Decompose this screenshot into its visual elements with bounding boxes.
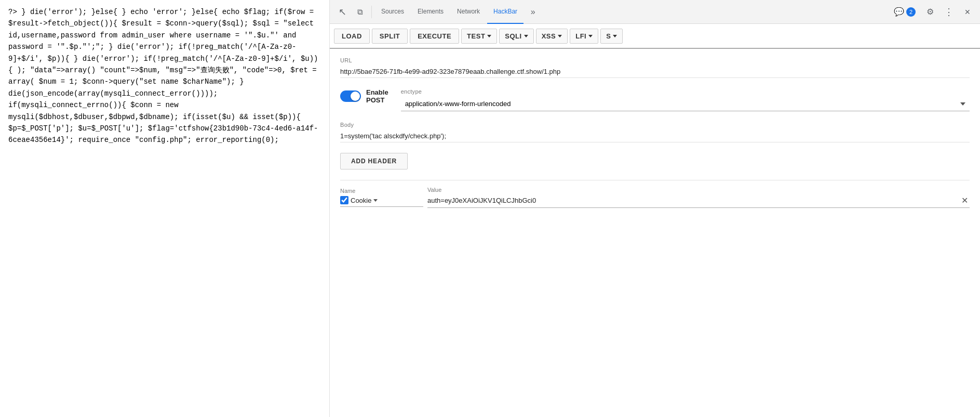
code-panel: ?> } die('error'); }else{ } echo 'error'…: [0, 0, 330, 417]
settings-btn[interactable]: ⚙: [922, 4, 938, 20]
remove-header-button[interactable]: ✕: [959, 195, 970, 205]
separator-1: [371, 6, 372, 18]
tab-network[interactable]: Network: [451, 0, 486, 24]
test-chevron-icon: [487, 35, 491, 37]
enctype-wrapper: application/x-www-form-urlencodedmultipa…: [401, 97, 970, 111]
remove-header-icon: ✕: [961, 196, 968, 205]
header-name-row: Cookie: [340, 196, 423, 207]
execute-button[interactable]: EXECUTE: [410, 29, 459, 44]
s-dropdown[interactable]: S: [600, 29, 623, 44]
close-devtools-btn[interactable]: ✕: [959, 4, 976, 20]
enctype-section: enctype application/x-www-form-urlencode…: [401, 88, 970, 111]
xss-chevron-icon: [558, 35, 562, 37]
sqli-chevron-icon: [524, 35, 528, 37]
body-section: Body 1=system('tac alsckdfy/check.php');: [340, 122, 970, 142]
enable-post-label: Enable POST: [366, 88, 388, 104]
body-label: Body: [340, 122, 970, 128]
more-options-icon: ⋮: [944, 6, 954, 18]
device-icon-btn[interactable]: ⧉: [352, 4, 368, 20]
close-devtools-icon: ✕: [964, 8, 971, 16]
messages-badge-btn[interactable]: 💬 2: [890, 5, 920, 19]
more-tabs-btn[interactable]: »: [525, 4, 541, 20]
url-label: URL: [340, 57, 970, 63]
enable-post-toggle[interactable]: [340, 90, 361, 102]
hackbar-toolbar: LOAD SPLIT EXECUTE TEST SQLI XSS LFI S: [330, 24, 980, 49]
split-button[interactable]: SPLIT: [372, 29, 408, 44]
lfi-dropdown[interactable]: LFI: [570, 29, 598, 44]
enctype-select[interactable]: application/x-www-form-urlencodedmultipa…: [401, 97, 970, 111]
cookie-dropdown-icon[interactable]: [373, 199, 378, 202]
cursor-icon: ↖: [339, 6, 346, 18]
cookie-name-value: Cookie: [351, 197, 371, 204]
code-text: ?> } die('error'); }else{ } echo 'error'…: [8, 8, 318, 144]
header-name-section: Name Cookie: [340, 188, 423, 207]
devtools-topbar: ↖ ⧉ Sources Elements Network HackBar » 💬…: [330, 0, 980, 24]
url-value[interactable]: http://5bae7526-71fb-4e99-ad92-323e7879e…: [340, 66, 970, 78]
url-section: URL http://5bae7526-71fb-4e99-ad92-323e7…: [340, 57, 970, 78]
more-options-btn[interactable]: ⋮: [941, 4, 957, 20]
post-toggle-section: Enable POST: [340, 88, 388, 104]
header-row: Name Cookie Value auth=eyJ0eXAiOiJKV1QiL…: [340, 180, 970, 208]
load-button[interactable]: LOAD: [334, 29, 370, 44]
post-row: Enable POST enctype application/x-www-fo…: [340, 88, 970, 111]
tab-sources[interactable]: Sources: [375, 0, 410, 24]
body-value[interactable]: 1=system('tac alsckdfy/check.php');: [340, 130, 970, 142]
header-name-label: Name: [340, 188, 423, 194]
tab-hackbar[interactable]: HackBar: [487, 0, 523, 24]
hackbar-content: URL http://5bae7526-71fb-4e99-ad92-323e7…: [330, 49, 980, 417]
header-value-label: Value: [427, 187, 970, 193]
settings-icon: ⚙: [927, 7, 934, 17]
device-icon: ⧉: [357, 7, 363, 17]
badge-count: 2: [906, 7, 916, 17]
header-value-row: auth=eyJ0eXAiOiJKV1QiLCJhbGci0 ✕: [427, 195, 970, 208]
lfi-chevron-icon: [588, 35, 593, 37]
sqli-dropdown[interactable]: SQLI: [499, 29, 533, 44]
devtools-panel: ↖ ⧉ Sources Elements Network HackBar » 💬…: [330, 0, 980, 417]
message-icon: 💬: [894, 7, 904, 17]
cursor-icon-btn[interactable]: ↖: [334, 4, 351, 20]
add-header-button[interactable]: ADD HEADER: [340, 153, 408, 170]
header-value-section: Value auth=eyJ0eXAiOiJKV1QiLCJhbGci0 ✕: [427, 187, 970, 208]
xss-dropdown[interactable]: XSS: [536, 29, 568, 44]
cookie-checkbox[interactable]: [340, 196, 348, 204]
cookie-value-text[interactable]: auth=eyJ0eXAiOiJKV1QiLCJhbGci0: [427, 197, 959, 204]
more-tabs-icon: »: [531, 7, 535, 17]
tab-elements[interactable]: Elements: [411, 0, 450, 24]
topbar-right: 💬 2 ⚙ ⋮ ✕: [890, 4, 976, 20]
test-dropdown[interactable]: TEST: [461, 29, 497, 44]
s-chevron-icon: [613, 35, 617, 37]
enctype-label: enctype: [401, 88, 970, 95]
